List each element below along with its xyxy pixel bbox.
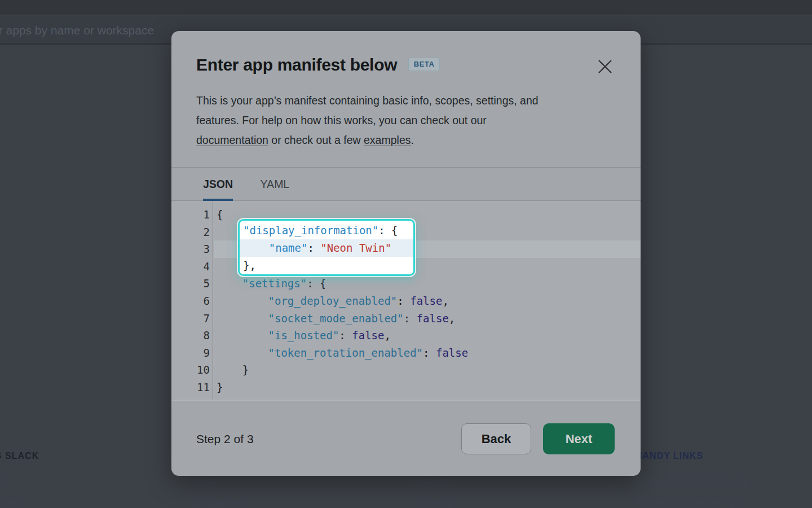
code-token: "token_rotation_enabled" bbox=[268, 347, 423, 359]
footer-link-customers[interactable]: Customers bbox=[193, 496, 248, 508]
code-token: "socket_mode_enabled" bbox=[268, 312, 404, 325]
line-number: 8 bbox=[171, 327, 210, 344]
beta-badge: BETA bbox=[408, 58, 440, 71]
footer-heading-handy-links: HANDY LINKS bbox=[636, 451, 750, 461]
line-number: 11 bbox=[171, 379, 210, 396]
code-token: }, bbox=[243, 259, 256, 271]
line-number: 1 bbox=[171, 206, 210, 224]
footer-link-security[interactable]: Security bbox=[413, 496, 454, 508]
spotlight-code-line[interactable]: "name": "Neon Twin" bbox=[240, 239, 413, 257]
code-token: : { bbox=[378, 224, 398, 237]
line-number: 4 bbox=[171, 258, 210, 275]
code-token: "settings" bbox=[242, 277, 307, 290]
modal-header: Enter app manifest below BETA bbox=[171, 31, 641, 75]
code-token: : bbox=[404, 312, 417, 325]
description-line-2: features. For help on how this works, yo… bbox=[196, 114, 487, 126]
step-indicator: Step 2 of 3 bbox=[196, 401, 254, 477]
line-number: 10 bbox=[171, 361, 210, 379]
code-line[interactable]: "settings": { bbox=[214, 275, 641, 292]
gutter-numbers: 1234567891011 bbox=[171, 201, 213, 400]
footer-column-handy-links: HANDY LINKS Download desktop app Downloa… bbox=[636, 451, 750, 508]
code-token: } bbox=[217, 381, 223, 393]
line-number: 6 bbox=[171, 292, 210, 310]
footer-link-privacy[interactable]: Privacy bbox=[413, 475, 454, 487]
code-token: : bbox=[423, 347, 436, 359]
code-token: : { bbox=[307, 277, 326, 290]
code-token: false bbox=[436, 347, 468, 359]
code-token: "Neon Twin" bbox=[320, 242, 391, 254]
footer-column-legal: Privacy Security bbox=[413, 475, 454, 508]
footer-heading-using-slack: USING SLACK bbox=[0, 451, 39, 461]
documentation-link[interactable]: documentation bbox=[196, 134, 268, 146]
code-token: "name" bbox=[269, 242, 308, 254]
modal-description: This is your app’s manifest containing b… bbox=[196, 91, 616, 150]
code-token: } bbox=[242, 364, 249, 376]
code-line[interactable]: } bbox=[214, 361, 641, 379]
tutorial-spotlight-highlight[interactable]: "display_information": { "name": "Neon T… bbox=[238, 219, 415, 276]
code-line[interactable]: } bbox=[214, 379, 641, 396]
code-token: false bbox=[352, 329, 384, 341]
line-number: 2 bbox=[171, 224, 210, 241]
footer-column-using-slack: USING SLACK Product Enterprise bbox=[0, 451, 39, 508]
footer-link-product[interactable]: Product bbox=[0, 475, 39, 487]
footer-link-enterprise[interactable]: Enterprise bbox=[0, 497, 39, 508]
code-line[interactable]: "is_hosted": false, bbox=[214, 327, 641, 344]
modal-footer: Step 2 of 3 Back Next bbox=[171, 400, 641, 476]
tab-json[interactable]: JSON bbox=[203, 168, 233, 201]
page-top-nav bbox=[0, 0, 812, 15]
code-token: , bbox=[449, 312, 455, 325]
footer-link-download-desktop-app[interactable]: Download desktop app bbox=[636, 475, 750, 487]
spotlight-code-line[interactable]: "display_information": { bbox=[240, 222, 413, 239]
tab-yaml[interactable]: YAML bbox=[261, 168, 290, 201]
footer-link-download-mobile-app[interactable]: Download mobile app bbox=[636, 497, 750, 508]
description-mid: or check out a few bbox=[268, 134, 364, 146]
code-token: , bbox=[442, 295, 448, 307]
code-token: , bbox=[384, 329, 390, 341]
code-line[interactable]: "org_deploy_enabled": false, bbox=[214, 292, 641, 310]
close-button[interactable] bbox=[597, 58, 614, 75]
code-line[interactable]: "token_rotation_enabled": false bbox=[214, 344, 641, 362]
code-token: : bbox=[307, 242, 320, 254]
code-line[interactable]: "socket_mode_enabled": false, bbox=[214, 310, 641, 327]
line-number: 3 bbox=[171, 240, 210, 258]
modal-title: Enter app manifest below bbox=[196, 55, 397, 75]
code-token: : bbox=[339, 329, 352, 341]
code-token: { bbox=[217, 208, 223, 221]
examples-link[interactable]: examples bbox=[364, 134, 411, 146]
close-icon bbox=[597, 58, 614, 75]
spotlight-code-line[interactable]: }, bbox=[240, 257, 413, 274]
search-placeholder: Filter apps by name or workspace bbox=[0, 16, 154, 45]
line-number: 9 bbox=[171, 344, 210, 362]
code-token: false bbox=[417, 312, 449, 325]
code-token: : bbox=[397, 295, 410, 307]
code-token: "display_information" bbox=[243, 224, 378, 237]
code-token: "org_deploy_enabled" bbox=[268, 295, 398, 307]
footer-column-company: Jobs Customers bbox=[193, 475, 248, 508]
spotlight-lines: "display_information": { "name": "Neon T… bbox=[240, 222, 413, 274]
description-end: . bbox=[411, 134, 413, 146]
line-number: 7 bbox=[171, 310, 210, 327]
code-token: false bbox=[410, 295, 442, 307]
editor-tab-bar: JSON YAML bbox=[171, 167, 641, 201]
next-button[interactable]: Next bbox=[543, 423, 615, 454]
code-token: "is_hosted" bbox=[268, 329, 339, 341]
line-number: 5 bbox=[171, 275, 210, 292]
description-line-1: This is your app’s manifest containing b… bbox=[196, 94, 539, 107]
back-button[interactable]: Back bbox=[461, 423, 531, 454]
